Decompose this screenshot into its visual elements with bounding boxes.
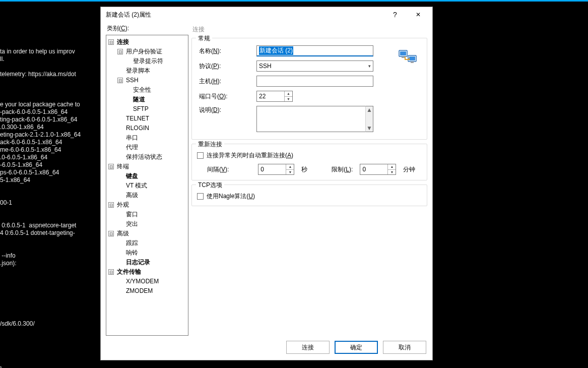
connection-icon — [399, 47, 417, 65]
tree-node-auth[interactable]: ⊟用户身份验证 — [116, 47, 187, 56]
limit-unit: 分钟 — [403, 165, 415, 174]
group-tcp: TCP选项 使用Nagle算法(U) — [191, 185, 427, 206]
tree-node-rlogin[interactable]: RLOGIN — [116, 124, 187, 133]
tree-node-terminal[interactable]: ⊟终端 — [107, 162, 187, 171]
chevron-down-icon: ▾ — [368, 64, 371, 69]
close-button[interactable]: ✕ — [408, 8, 428, 22]
tree-node-login-script[interactable]: 登录脚本 — [116, 66, 187, 76]
desc-label: 说明(D): — [197, 106, 252, 114]
tree-node-trace[interactable]: 跟踪 — [116, 238, 187, 248]
spin-up-icon[interactable]: ▲ — [388, 164, 396, 170]
dialog-titlebar[interactable]: 新建会话 (2)属性 ? ✕ — [101, 7, 432, 22]
collapse-icon[interactable]: ⊟ — [117, 49, 123, 54]
port-input[interactable]: ▲▼ — [256, 91, 293, 102]
dialog-button-row: 连接 确定 取消 — [101, 336, 432, 360]
name-input[interactable]: 新建会话 (2) — [256, 45, 373, 56]
limit-input[interactable]: ▲▼ — [360, 164, 396, 175]
scrollbar[interactable]: ▲▼ — [365, 106, 373, 132]
svg-rect-5 — [411, 62, 414, 63]
svg-rect-1 — [400, 51, 406, 55]
tree-node-appearance[interactable]: ⊟外观 — [107, 200, 187, 210]
spin-down-icon[interactable]: ▼ — [286, 170, 294, 175]
group-reconnect-legend: 重新连接 — [196, 140, 224, 149]
tree-node-keyboard[interactable]: 键盘 — [116, 171, 187, 181]
tree-node-bell[interactable]: 响铃 — [116, 248, 187, 258]
name-label: 名称(N): — [197, 47, 252, 55]
collapse-icon[interactable]: ⊟ — [108, 164, 114, 169]
tree-node-proxy[interactable]: 代理 — [116, 143, 187, 152]
tree-node-login-prompt[interactable]: 登录提示符 — [123, 56, 187, 66]
tree-node-connection[interactable]: ⊟连接 — [107, 37, 187, 47]
tree-node-security[interactable]: 安全性 — [123, 85, 187, 95]
nagle-checkbox[interactable] — [197, 193, 204, 200]
host-label: 主机(H): — [197, 77, 252, 86]
collapse-icon[interactable]: ⊟ — [108, 269, 114, 275]
tree-node-logging[interactable]: 日志记录 — [116, 258, 187, 267]
tree-node-advanced1[interactable]: 高级 — [116, 191, 187, 200]
category-label: 类别(C): — [106, 24, 188, 35]
tree-node-advanced[interactable]: ⊟高级 — [107, 229, 187, 238]
interval-label: 间隔(V): — [207, 165, 229, 174]
group-general: 常规 名称(N): 新建会话 (2) 协议(P — [191, 38, 427, 140]
desc-input[interactable] — [256, 106, 365, 132]
tree-node-highlight[interactable]: 突出 — [116, 219, 187, 229]
dialog-title: 新建会话 (2)属性 — [106, 11, 382, 19]
tree-node-zmodem[interactable]: ZMODEM — [116, 286, 187, 296]
spin-up-icon[interactable]: ▲ — [285, 91, 292, 97]
svg-rect-3 — [409, 56, 415, 60]
tree-node-window[interactable]: 窗口 — [116, 210, 187, 219]
interval-input[interactable]: ▲▼ — [258, 164, 294, 175]
cancel-button[interactable]: 取消 — [383, 341, 426, 354]
svg-rect-4 — [402, 56, 405, 58]
tree-node-telnet[interactable]: TELNET — [116, 114, 187, 124]
session-properties-dialog: 新建会话 (2)属性 ? ✕ 类别(C): ⊟连接 ⊟用户身份验证 登录提示符 … — [100, 7, 433, 360]
group-general-legend: 常规 — [196, 34, 212, 43]
tree-node-keepalive[interactable]: 保持活动状态 — [116, 152, 187, 162]
protocol-label: 协议(P): — [197, 62, 252, 71]
host-input[interactable] — [256, 76, 373, 87]
help-button[interactable]: ? — [385, 8, 405, 22]
autoreconnect-checkbox[interactable] — [197, 152, 204, 159]
tree-node-filetransfer[interactable]: ⊟文件传输 — [107, 267, 187, 277]
breadcrumb: 连接 — [191, 24, 427, 34]
port-label: 端口号(O): — [197, 92, 252, 101]
spin-down-icon[interactable]: ▼ — [388, 170, 396, 175]
ok-button[interactable]: 确定 — [335, 341, 378, 354]
collapse-icon[interactable]: ⊟ — [108, 202, 114, 208]
nagle-label: 使用Nagle算法(U) — [207, 192, 255, 201]
tree-node-sftp[interactable]: SFTP — [123, 104, 187, 114]
interval-unit: 秒 — [301, 165, 307, 174]
connect-button[interactable]: 连接 — [286, 341, 330, 354]
tree-node-serial[interactable]: 串口 — [116, 133, 187, 143]
autoreconnect-label: 连接异常关闭时自动重新连接(A) — [207, 151, 293, 160]
tree-node-vt[interactable]: VT 模式 — [116, 181, 187, 191]
collapse-icon[interactable]: ⊟ — [117, 78, 123, 83]
spin-up-icon[interactable]: ▲ — [286, 164, 294, 170]
group-tcp-legend: TCP选项 — [196, 181, 224, 190]
collapse-icon[interactable]: ⊟ — [108, 231, 114, 236]
tree-node-tunnel[interactable]: 隧道 — [123, 95, 187, 104]
limit-label: 限制(L): — [332, 165, 353, 174]
collapse-icon[interactable]: ⊟ — [108, 39, 114, 45]
window-accent-bar — [0, 0, 588, 2]
protocol-select[interactable]: SSH ▾ — [256, 60, 373, 72]
tree-node-xymodem[interactable]: X/YMODEM — [116, 277, 187, 286]
group-reconnect: 重新连接 连接异常关闭时自动重新连接(A) 间隔(V): ▲▼ 秒 — [191, 144, 427, 180]
spin-down-icon[interactable]: ▼ — [285, 97, 292, 102]
tree-node-ssh[interactable]: ⊟SSH — [116, 76, 187, 85]
category-tree[interactable]: ⊟连接 ⊟用户身份验证 登录提示符 登录脚本 ⊟SSH 安全性 — [106, 35, 188, 336]
